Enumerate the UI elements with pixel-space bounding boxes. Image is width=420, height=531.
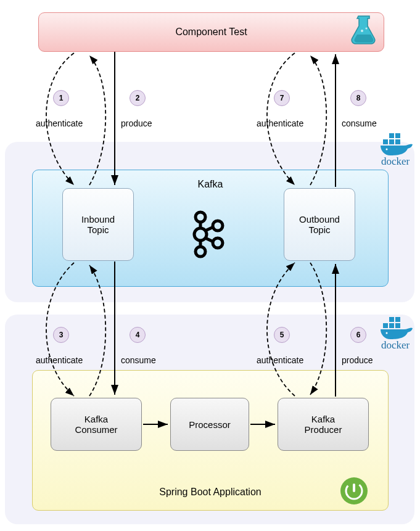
svg-rect-6 bbox=[395, 133, 400, 138]
kafka-consumer-label: Kafka Consumer bbox=[65, 414, 127, 435]
processor-label: Processor bbox=[189, 419, 231, 430]
inbound-topic-label: Inbound Topic bbox=[73, 214, 123, 235]
component-test-title: Component Test bbox=[175, 27, 247, 38]
step-num-4: 4 bbox=[136, 331, 140, 339]
svg-line-15 bbox=[205, 227, 213, 231]
svg-rect-2 bbox=[383, 139, 388, 144]
svg-point-11 bbox=[213, 221, 223, 231]
kafka-icon bbox=[188, 210, 225, 259]
kafka-producer-box: Kafka Producer bbox=[278, 398, 369, 451]
component-test-box: Component Test bbox=[38, 12, 384, 52]
step-num-5: 5 bbox=[280, 331, 284, 339]
svg-rect-3 bbox=[389, 139, 394, 144]
svg-point-0 bbox=[361, 30, 363, 32]
step-label-4: consume bbox=[121, 355, 156, 365]
outbound-topic-label: Outbound Topic bbox=[292, 214, 347, 235]
kafka-producer-label: Kafka Producer bbox=[292, 414, 354, 435]
step-badge-5: 5 bbox=[274, 327, 290, 343]
step-num-8: 8 bbox=[356, 94, 361, 102]
svg-point-9 bbox=[194, 228, 207, 241]
flask-icon bbox=[350, 15, 378, 46]
spring-icon bbox=[339, 476, 369, 506]
inbound-topic-box: Inbound Topic bbox=[62, 188, 134, 261]
step-label-7: authenticate bbox=[257, 118, 303, 128]
step-label-6: produce bbox=[342, 355, 373, 365]
step-num-3: 3 bbox=[59, 331, 64, 339]
kafka-consumer-box: Kafka Consumer bbox=[51, 398, 142, 451]
svg-point-10 bbox=[196, 247, 205, 257]
svg-rect-19 bbox=[395, 323, 400, 328]
svg-point-8 bbox=[196, 212, 205, 222]
svg-point-7 bbox=[386, 149, 388, 150]
step-label-3: authenticate bbox=[36, 355, 83, 365]
kafka-title: Kafka bbox=[198, 179, 223, 190]
step-badge-7: 7 bbox=[274, 90, 290, 106]
step-num-2: 2 bbox=[136, 94, 140, 102]
step-badge-8: 8 bbox=[350, 90, 366, 106]
svg-point-12 bbox=[213, 238, 223, 248]
step-badge-4: 4 bbox=[130, 327, 146, 343]
step-badge-3: 3 bbox=[53, 327, 69, 343]
step-label-5: authenticate bbox=[257, 355, 303, 365]
svg-point-1 bbox=[366, 28, 368, 30]
svg-rect-21 bbox=[395, 317, 400, 322]
svg-rect-18 bbox=[389, 323, 394, 328]
step-badge-1: 1 bbox=[53, 90, 69, 106]
outbound-topic-box: Outbound Topic bbox=[284, 188, 355, 261]
docker-label-bottom: docker bbox=[381, 339, 410, 352]
docker-icon bbox=[379, 315, 415, 340]
svg-rect-5 bbox=[389, 133, 394, 138]
diagram-canvas: Component Test docker Kafka Inbound Topi… bbox=[0, 0, 420, 531]
svg-rect-20 bbox=[389, 317, 394, 322]
step-num-1: 1 bbox=[59, 94, 64, 102]
docker-label-top: docker bbox=[381, 155, 410, 168]
svg-point-22 bbox=[386, 332, 388, 334]
step-label-1: authenticate bbox=[36, 118, 83, 128]
processor-box: Processor bbox=[170, 398, 249, 451]
svg-line-16 bbox=[205, 238, 213, 242]
step-label-2: produce bbox=[121, 118, 152, 128]
svg-rect-17 bbox=[383, 323, 388, 328]
step-badge-6: 6 bbox=[350, 327, 366, 343]
step-num-7: 7 bbox=[280, 94, 284, 102]
step-label-8: consume bbox=[342, 118, 377, 128]
svg-rect-4 bbox=[395, 139, 400, 144]
step-badge-2: 2 bbox=[130, 90, 146, 106]
svg-rect-25 bbox=[353, 484, 355, 492]
step-num-6: 6 bbox=[356, 331, 361, 339]
spring-boot-title: Spring Boot Application bbox=[159, 487, 261, 498]
docker-icon bbox=[379, 131, 415, 157]
